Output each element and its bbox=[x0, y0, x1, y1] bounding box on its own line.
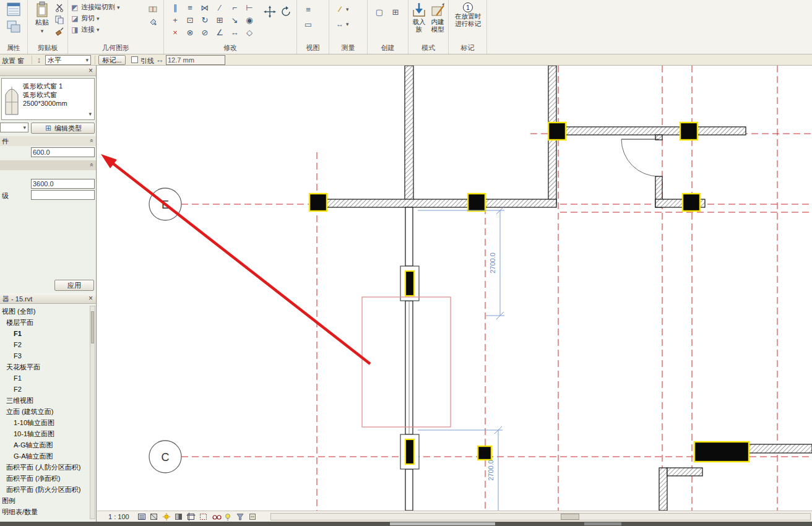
apply-button[interactable]: 应用 bbox=[54, 280, 94, 291]
column-selected[interactable] bbox=[309, 194, 327, 211]
close-icon[interactable]: × bbox=[87, 294, 95, 302]
close-icon[interactable]: × bbox=[87, 66, 95, 74]
sidebar-item-f1[interactable]: F1 bbox=[0, 328, 90, 339]
crop-view-icon[interactable] bbox=[186, 512, 195, 520]
nudge-tool-icon[interactable]: ↔ bbox=[227, 26, 242, 38]
paste-dropdown-icon[interactable]: ▾ bbox=[41, 28, 44, 34]
sidebar-item-3d-views[interactable]: 三维视图 bbox=[0, 395, 90, 406]
header-height-input[interactable] bbox=[31, 179, 95, 189]
join-end-cut-dropdown-icon[interactable]: ▾ bbox=[117, 4, 120, 11]
sidebar-item-elev-1-10[interactable]: 1-10轴立面图 bbox=[0, 417, 90, 428]
sidebar-item-ceiling-plans[interactable]: 天花板平面 bbox=[0, 361, 90, 373]
align-tool-icon[interactable]: ∥ bbox=[168, 1, 183, 14]
cut-geometry-dropdown-icon[interactable]: ▾ bbox=[97, 15, 100, 22]
unjoin-tool-icon[interactable]: ⊘ bbox=[197, 26, 212, 38]
sidebar-item-ceiling-f2[interactable]: F2 bbox=[0, 384, 90, 395]
temporary-hide-glasses-icon[interactable] bbox=[213, 515, 221, 519]
sidebar-item-legends[interactable]: 图例 bbox=[0, 495, 90, 506]
wall-l-horizontal[interactable] bbox=[667, 468, 702, 476]
sidebar-item-elev-g-a[interactable]: G-A轴立面图 bbox=[0, 451, 90, 462]
tag-on-placement-button[interactable]: 1 在放置时 进行标记 bbox=[452, 2, 483, 42]
region-tool-icon[interactable]: ◇ bbox=[242, 26, 257, 38]
collapse-chevron-icon[interactable]: » bbox=[89, 139, 95, 143]
cut-geometry-button[interactable]: ◪ 剪切 ▾ bbox=[71, 13, 100, 24]
rotate-arc-button[interactable] bbox=[279, 5, 293, 19]
move-tool-icon[interactable]: + bbox=[168, 14, 183, 26]
tag-options-button[interactable]: 标记... bbox=[98, 55, 126, 65]
join-geometry-button[interactable]: ◨ 连接 ▾ bbox=[71, 24, 100, 35]
sun-icon[interactable] bbox=[163, 513, 170, 520]
properties-section-constraints[interactable]: 件 » bbox=[0, 136, 97, 146]
dimension-button[interactable]: ↔ ▾ bbox=[335, 19, 349, 29]
extend-tool-icon[interactable]: ⊢ bbox=[242, 1, 257, 14]
angle-tool-icon[interactable]: ∠ bbox=[212, 26, 227, 38]
browser-scrollbar-thumb[interactable] bbox=[91, 311, 94, 343]
scale-tool-icon[interactable]: ↘ bbox=[227, 14, 242, 26]
measure-dropdown-icon[interactable]: ▾ bbox=[346, 6, 349, 12]
window-selected[interactable] bbox=[405, 271, 414, 296]
measure-button[interactable]: ∕ ▾ bbox=[335, 4, 349, 14]
drawing-canvas[interactable]: E C bbox=[97, 66, 812, 511]
delete-tool-icon[interactable]: × bbox=[168, 26, 183, 38]
type-selector-dropdown-icon[interactable]: ▾ bbox=[89, 111, 92, 117]
paste-button[interactable]: 粘贴 ▾ bbox=[32, 1, 53, 41]
sidebar-item-floor-plans[interactable]: 楼层平面 bbox=[0, 317, 90, 328]
load-family-button[interactable]: 载入 族 bbox=[410, 2, 428, 43]
wall-segment[interactable] bbox=[405, 207, 413, 266]
trim-tool-icon[interactable]: ⌐ bbox=[227, 1, 242, 14]
sidebar-item-views-all[interactable]: 视图 (全部) bbox=[0, 306, 90, 317]
rotate-tool-icon[interactable]: ↻ bbox=[197, 14, 212, 26]
join-end-cut-button[interactable]: ◩ 连接端切割 ▾ bbox=[71, 2, 120, 12]
user-interface-button[interactable] bbox=[6, 20, 22, 35]
in-place-model-button[interactable]: 内建 模型 bbox=[429, 2, 446, 43]
beam-selected[interactable] bbox=[694, 442, 749, 462]
filter-icon[interactable] bbox=[237, 514, 243, 520]
sidebar-item-elev-10-1[interactable]: 10-1轴立面图 bbox=[0, 428, 90, 439]
wall-grid-e-left[interactable] bbox=[313, 199, 556, 207]
array-tool-icon[interactable]: ⊞ bbox=[212, 14, 227, 26]
sidebar-item-area-renfang[interactable]: 面积平面 (人防分区面积) bbox=[0, 462, 90, 473]
sidebar-item-f2[interactable]: F2 bbox=[0, 339, 90, 350]
column-selected[interactable] bbox=[683, 194, 700, 211]
horizontal-scrollbar[interactable] bbox=[270, 513, 811, 520]
thin-lines-button[interactable]: ≡ bbox=[303, 4, 314, 15]
dimension-top-value[interactable]: 2700.0 bbox=[489, 252, 496, 274]
reveal-hidden-bulb-icon[interactable] bbox=[225, 514, 230, 520]
split-face-button[interactable] bbox=[147, 4, 158, 15]
type-selector[interactable]: 弧形欧式窗 1 弧形欧式窗 2500*3000mm ▾ bbox=[1, 78, 95, 120]
cut-clipboard-button[interactable] bbox=[54, 2, 65, 14]
pin-tool-icon[interactable]: ◉ bbox=[242, 14, 257, 26]
column-selected[interactable] bbox=[468, 194, 485, 211]
view-scale[interactable]: 1 : 100 bbox=[108, 513, 129, 520]
visual-style-icon[interactable] bbox=[150, 514, 157, 519]
door[interactable] bbox=[621, 139, 659, 176]
sill-height-input[interactable] bbox=[31, 147, 95, 157]
edit-type-button[interactable]: ⊞ 编辑类型 bbox=[31, 123, 95, 134]
dimension-dropdown-icon[interactable]: ▾ bbox=[346, 21, 349, 27]
wall-segment[interactable] bbox=[405, 469, 413, 511]
sidebar-item-area-net[interactable]: 面积平面 (净面积) bbox=[0, 473, 90, 484]
wall-bottom-right[interactable] bbox=[749, 444, 812, 453]
detail-level-icon[interactable] bbox=[138, 514, 145, 519]
hide-crop-button[interactable]: ▭ bbox=[303, 19, 314, 30]
wall-top-center[interactable] bbox=[405, 66, 413, 204]
sidebar-item-elev-a-g[interactable]: A-G轴立面图 bbox=[0, 439, 90, 451]
move-cross-button[interactable] bbox=[263, 5, 277, 19]
sidebar-item-f3[interactable]: F3 bbox=[0, 350, 90, 361]
sidebar-item-elevations[interactable]: 立面 (建筑立面) bbox=[0, 406, 90, 417]
sidebar-item-schedules[interactable]: 明细表/数量 bbox=[0, 506, 90, 517]
shadows-icon[interactable] bbox=[175, 514, 181, 519]
sidebar-item-area-fire[interactable]: 面积平面 (防火分区面积) bbox=[0, 484, 90, 495]
create-similar-button[interactable]: ⊞ bbox=[390, 6, 401, 17]
orientation-select[interactable]: 水平 ▾ bbox=[45, 55, 91, 65]
filter-combo[interactable]: ▾ bbox=[0, 123, 28, 132]
join-geometry-dropdown-icon[interactable]: ▾ bbox=[97, 27, 100, 33]
properties-palette-header[interactable]: × bbox=[0, 66, 97, 76]
column-selected[interactable] bbox=[680, 123, 698, 140]
copy-tool-icon[interactable]: ⊡ bbox=[183, 14, 197, 26]
column-selected[interactable] bbox=[478, 446, 491, 460]
window-selected[interactable] bbox=[405, 439, 414, 464]
mirror-tool-icon[interactable]: ⋈ bbox=[197, 1, 212, 14]
project-browser-header[interactable]: 器 - 15.rvt × bbox=[0, 293, 97, 304]
match-type-button[interactable] bbox=[54, 26, 65, 37]
